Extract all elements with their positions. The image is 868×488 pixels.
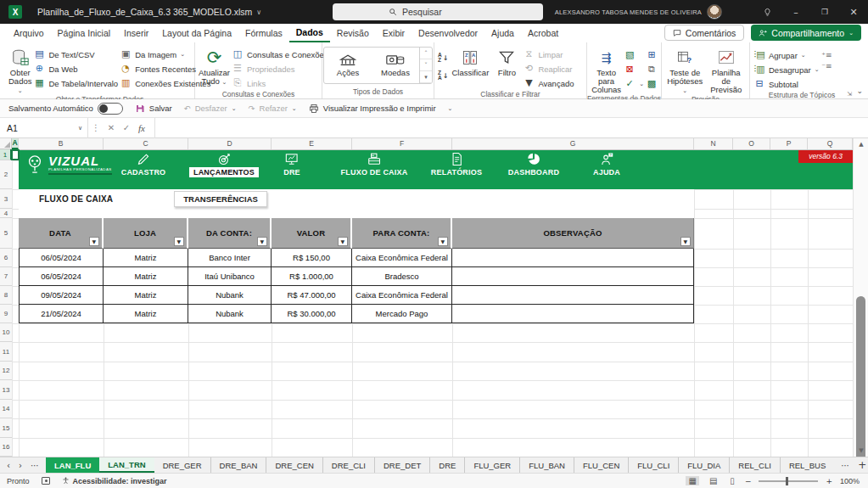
close-button[interactable]: ✕ [839,0,868,24]
table-cell[interactable] [452,249,694,267]
tab-desenvolvedor[interactable]: Desenvolvedor [412,24,484,42]
sheet-tab-rel_cli[interactable]: REL_CLI [729,457,780,473]
table-cell[interactable] [452,305,694,323]
collapse-ribbon-icon[interactable]: ⌄ [856,87,863,95]
share-button[interactable]: Compartilhamento ⌄ [751,25,861,41]
stocks-data-type[interactable]: Ações [324,48,372,83]
tab-acrobat[interactable]: Acrobat [521,24,565,42]
scroll-down-icon[interactable]: ▼ [854,445,868,457]
sheet-nav-left-icon[interactable]: ‹ [7,461,10,470]
table-cell[interactable]: 06/05/2024 [19,267,104,286]
vertical-scrollbar[interactable]: ▲ ▼ [853,138,868,457]
table-cell[interactable]: Caixa Econômica Federal [352,286,452,305]
column-header-C[interactable]: C [104,138,188,149]
undo-button[interactable]: ↶ Desfazer⌄ [184,104,237,113]
sheet-tab-rel_bus[interactable]: REL_BUS [780,457,834,473]
table-cell[interactable]: Matriz [104,267,188,286]
table-cell[interactable]: 06/05/2024 [19,249,104,267]
sheet-tab-dre[interactable]: DRE [429,457,464,473]
table-cell[interactable]: Matriz [104,286,188,305]
banner-item-dashboard[interactable]: DASHBOARD [504,152,563,188]
table-cell[interactable]: Nubank [188,286,272,305]
tab-revisao[interactable]: Revisão [330,24,376,42]
table-cell[interactable]: Itaú Unibanco [188,267,272,286]
title-dropdown-icon[interactable]: ∨ [256,8,261,16]
save-button[interactable]: Salvar [135,104,172,114]
remove-duplicates-button[interactable]: ⊠ [624,63,644,76]
sheet-tab-flu_dia[interactable]: FLU_DIA [678,457,729,473]
tab-dados[interactable]: Dados [289,24,330,42]
sheet-tab-flu_cli[interactable]: FLU_CLI [628,457,678,473]
tab-pagina-inicial[interactable]: Página Inicial [51,24,117,42]
sheet-tab-dre_cli[interactable]: DRE_CLI [322,457,374,473]
qat-overflow-icon[interactable]: ⌄ [448,105,453,112]
banner-item-dre[interactable]: DRE [279,152,305,188]
subtab-transferencias[interactable]: TRANSFERÊNCIAS [174,191,267,207]
sheet-tab-dre_cen[interactable]: DRE_CEN [266,457,322,473]
page-break-view-icon[interactable]: ▯ [727,476,737,485]
search-input[interactable]: Pesquisar [333,3,543,20]
row-header-4[interactable]: 4 [0,209,12,218]
ideas-icon[interactable] [753,0,781,24]
row-header-5[interactable]: 5 [0,218,12,249]
row-header-15[interactable]: 15 [0,418,12,438]
zoom-in-icon[interactable]: + [826,477,832,485]
from-text-csv-button[interactable]: ▤De Text/CSV [33,48,118,61]
table-cell[interactable]: Matriz [104,305,188,323]
sort-az-button[interactable]: AZ↓ [438,49,448,66]
sheet-tab-flu_cen[interactable]: FLU_CEN [574,457,628,473]
dialog-launcher-icon[interactable]: ⇲ [847,91,852,98]
table-cell[interactable] [452,286,694,305]
filter-button[interactable]: ▼ [257,237,267,246]
comments-button[interactable]: Comentários [664,25,745,41]
relationships-button[interactable]: ⧉ [646,63,658,76]
table-cell[interactable]: Bradesco [352,267,452,286]
properties-button[interactable]: ☰Propriedades [232,62,328,76]
sort-button[interactable]: ZA Classificar [450,45,490,77]
name-box[interactable]: A1 ∨ [0,118,88,138]
filter-button[interactable]: ▼ [338,237,348,246]
table-cell[interactable]: R$ 150,00 [272,249,352,267]
subtotal-button[interactable]: ⊟Subtotal [753,77,820,91]
select-all-corner[interactable] [0,138,12,149]
print-preview-button[interactable]: Visualizar Impressão e Imprimir [309,104,436,114]
column-header-P[interactable]: P [770,138,808,149]
consolidate-button[interactable]: ⊞ [646,48,658,62]
macro-record-icon[interactable] [42,477,50,485]
subtab-fluxo-de-caixa[interactable]: FLUXO DE CAIXA [39,194,113,204]
column-header-F[interactable]: F [352,138,452,149]
user-account[interactable]: ALEXSANDRO TABOSA MENDES DE OLIVEIRA [555,0,722,24]
table-cell[interactable]: Mercado Pago [352,305,452,323]
filter-button[interactable]: ▼ [680,237,691,246]
row-header-3[interactable]: 3 [0,189,12,209]
toggle-switch[interactable] [98,103,123,115]
currencies-data-type[interactable]: Moedas [372,48,419,83]
hide-detail-icon[interactable]: ⁻≡ [821,61,833,71]
name-box-dropdown-icon[interactable]: ∨ [78,125,82,132]
zoom-out-icon[interactable]: − [745,477,752,485]
zoom-slider[interactable] [759,480,818,482]
row-header-2[interactable]: 2 [0,160,12,189]
page-layout-view-icon[interactable]: ▤ [707,476,720,485]
column-header-N[interactable]: N [694,138,733,149]
sort-za-button[interactable]: ZA↓ [438,67,448,84]
accessibility-status[interactable]: Acessibilidade: investigar [62,477,167,485]
insert-function-icon[interactable]: fx [134,123,149,133]
column-header-E[interactable]: E [272,138,352,149]
tab-formulas[interactable]: Fórmulas [238,24,289,42]
normal-view-icon[interactable]: ▦ [686,476,698,485]
table-cell[interactable]: R$ 47.000,00 [272,286,352,305]
sheet-tab-dre_det[interactable]: DRE_DET [374,457,429,473]
data-validation-button[interactable]: ✓⌄ [624,77,644,91]
row-header-11[interactable]: 11 [0,342,12,362]
filter-button-ribbon[interactable]: Filtro [492,45,521,77]
autosave-toggle[interactable]: Salvamento Automático [8,103,123,115]
queries-connections-button[interactable]: ◫Consultas e Conexões [232,48,328,61]
table-cell[interactable]: R$ 1.000,00 [272,267,352,286]
tab-layout-da-pagina[interactable]: Layout da Página [155,24,238,42]
data-model-button[interactable]: ▩ [646,77,658,91]
column-header-O[interactable]: O [733,138,770,149]
column-header-A[interactable]: A [12,138,19,149]
sheet-tab-dre_ban[interactable]: DRE_BAN [210,457,266,473]
sheet-tab-dre_ger[interactable]: DRE_GER [154,457,210,473]
